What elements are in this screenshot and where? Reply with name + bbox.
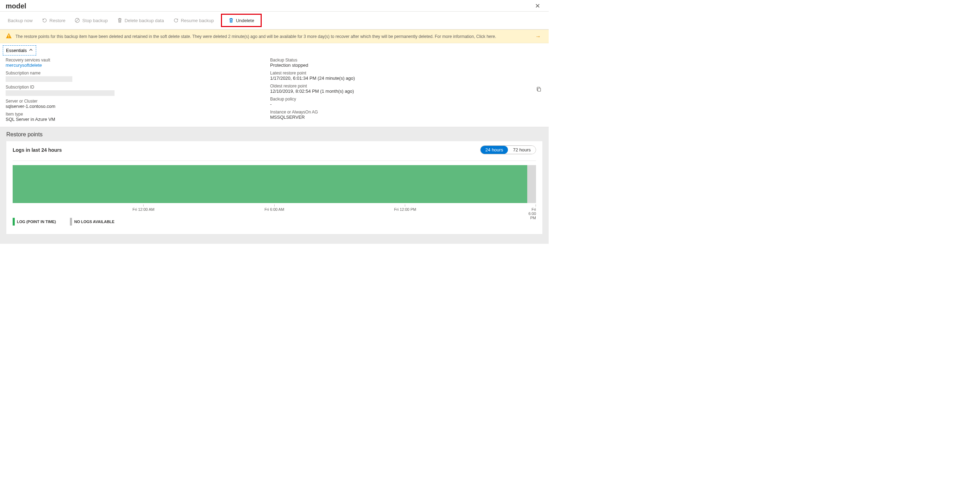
delete-backup-data-button: Delete backup data [115,16,166,25]
field-label: Subscription name [6,71,259,76]
time-range-toggle: 24 hours 72 hours [480,145,536,154]
blade-header: model ✕ [0,0,549,11]
field-value: 1/17/2020, 6:01:34 PM (24 minute(s) ago) [270,76,523,81]
logs-panel: Logs in last 24 hours 24 hours 72 hours … [6,141,542,234]
field-label: Subscription ID [6,85,259,89]
timeline-ticks: Fri 12:00 AM Fri 6:00 AM Fri 12:00 PM Fr… [13,204,536,213]
subscription-name-field: Subscription name [6,71,259,82]
chevron-up-icon [29,48,33,53]
field-value: Protection stopped [270,62,523,68]
toolbar-label: Restore [49,18,66,23]
essentials-toggle[interactable]: Essentials [3,45,36,56]
svg-rect-8 [538,88,541,91]
field-label: Latest restore point [270,71,523,76]
logs-timeline-chart: Fri 12:00 AM Fri 6:00 AM Fri 12:00 PM Fr… [13,161,536,226]
toolbar-label: Undelete [236,18,254,23]
legend-item-nolog: NO LOGS AVAILABLE [70,218,115,226]
soft-delete-warning-banner[interactable]: The restore points for this backup item … [0,30,549,43]
legend-item-log: LOG (POINT IN TIME) [13,218,56,226]
range-72h-button[interactable]: 72 hours [508,146,536,154]
timeline-segment-log[interactable] [13,165,527,203]
resume-backup-button: Resume backup [171,16,216,25]
field-value: - [270,102,523,107]
backup-now-button: Backup now [6,16,35,25]
field-value: SQL Server in Azure VM [6,117,259,122]
copy-icon[interactable] [536,86,542,93]
undelete-button[interactable]: Undelete [221,14,262,27]
field-value: MSSQLSERVER [270,115,523,120]
svg-rect-6 [8,35,9,37]
toolbar-label: Backup now [8,18,33,23]
field-label: Item type [6,112,259,117]
undo-icon [42,17,48,23]
banner-text: The restore points for this backup item … [16,33,530,40]
svg-rect-7 [8,37,9,38]
refresh-icon [173,17,179,23]
logs-panel-title: Logs in last 24 hours [13,147,62,153]
field-value: sqlserver-1.contoso.com [6,103,259,109]
tick-label: Fri 12:00 PM [394,204,416,212]
tick-label: Fri 12:00 AM [132,204,154,212]
legend-label: LOG (POINT IN TIME) [17,220,56,224]
warning-icon [6,33,12,40]
field-label: Backup policy [270,97,523,102]
essentials-left-column: Recovery services vault mercurysoftdelet… [6,57,259,122]
toolbar-label: Resume backup [181,18,214,23]
subscription-id-field: Subscription ID [6,85,259,96]
timeline-segment-nolog [527,165,536,203]
toolbar: Backup now Restore Stop backup Delete ba… [0,11,549,30]
stop-backup-button: Stop backup [72,16,110,25]
main-content: Essentials Recovery services vault mercu… [0,43,549,267]
field-label: Oldest restore point [270,84,523,89]
toolbar-label: Stop backup [82,18,108,23]
item-type-field: Item type SQL Server in Azure VM [6,112,259,122]
backup-policy-field: Backup policy - [270,97,523,107]
swatch-icon [70,218,72,226]
field-label: Backup Status [270,57,523,62]
instance-field: Instance or AlwaysOn AG MSSQLSERVER [270,110,523,120]
oldest-restore-field: Oldest restore point 12/10/2019, 8:02:54… [270,84,523,94]
recovery-vault-link[interactable]: mercurysoftdelete [6,62,259,68]
legend-label: NO LOGS AVAILABLE [74,220,115,224]
timeline-track [13,165,536,203]
trash-icon [117,17,123,23]
restore-points-section: Restore points Logs in last 24 hours 24 … [0,127,549,244]
field-value: 12/10/2019, 8:02:54 PM (1 month(s) ago) [270,89,523,94]
svg-line-1 [76,19,79,22]
page-title: model [6,2,26,10]
backup-status-field: Backup Status Protection stopped [270,57,523,68]
range-24h-button[interactable]: 24 hours [480,146,508,154]
essentials-right-column: Backup Status Protection stopped Latest … [270,57,523,122]
trash-restore-icon [228,17,234,23]
toolbar-label: Delete backup data [125,18,164,23]
restore-button: Restore [40,16,68,25]
server-cluster-field: Server or Cluster sqlserver-1.contoso.co… [6,99,259,109]
tick-label: Fri 6:00 PM [529,204,536,220]
prohibit-icon [75,17,80,23]
field-label: Recovery services vault [6,57,259,62]
essentials-label: Essentials [6,48,27,53]
restore-points-heading: Restore points [6,131,542,138]
arrow-right-icon[interactable]: → [533,33,543,40]
close-icon[interactable]: ✕ [532,1,543,11]
field-label: Server or Cluster [6,99,259,103]
redacted-value [6,76,72,82]
essentials-section: Recovery services vault mercurysoftdelet… [0,56,549,127]
field-label: Instance or AlwaysOn AG [270,110,523,115]
swatch-icon [13,218,15,226]
tick-label: Fri 6:00 AM [264,204,284,212]
redacted-value [6,90,115,96]
chart-legend: LOG (POINT IN TIME) NO LOGS AVAILABLE [13,218,536,226]
recovery-vault-field: Recovery services vault mercurysoftdelet… [6,57,259,68]
latest-restore-field: Latest restore point 1/17/2020, 6:01:34 … [270,71,523,81]
